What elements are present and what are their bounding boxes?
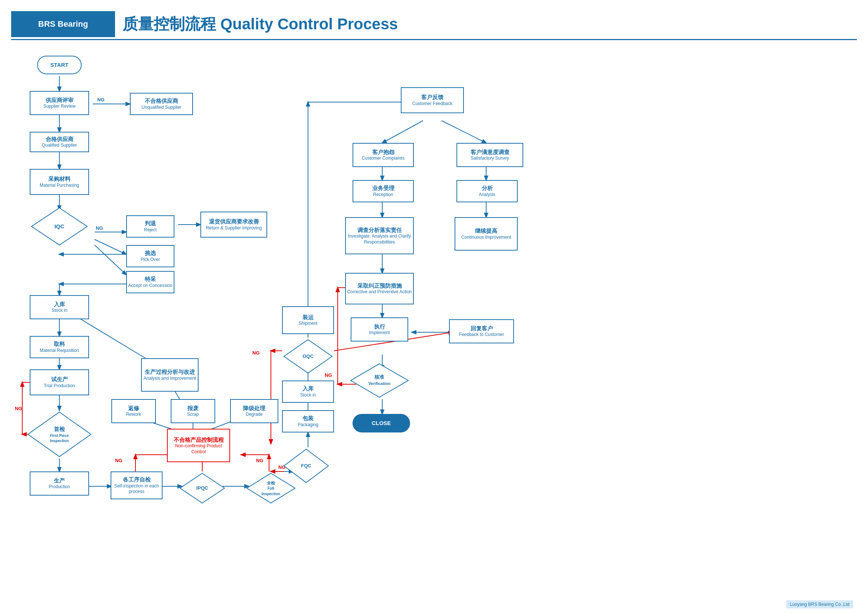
accept-concession-box: 特采 Accept on Concession [126, 271, 174, 293]
stock-in-2-box: 入库 Stock in [282, 380, 334, 403]
svg-text:NG: NG [256, 458, 264, 463]
material-req-box: 取料 Material Requisition [30, 336, 89, 358]
customer-feedback-box: 客户反馈 Customer Feedback [401, 87, 464, 113]
stock-in-1-box: 入库 Stock in [30, 295, 89, 319]
svg-text:NG: NG [15, 406, 22, 411]
feedback-customer-box: 回复客户 Feedback to Customer [449, 319, 514, 343]
footer-label: Luoyang BRS Bearing Co.,Ltd [786, 600, 853, 608]
arrows-overlay: NG NG OK NG [11, 43, 857, 603]
verification-diamond: 核准 Verification [349, 362, 410, 399]
scrap-box: 报废 Scrap [171, 399, 215, 423]
first-piece-diamond: 首检 First Piece Inspection [26, 410, 93, 459]
implement-box: 执行 Implement [351, 317, 408, 341]
fqc-diamond: FQC [282, 447, 330, 484]
degrade-box: 降级处理 Degrade [230, 399, 278, 423]
ipqc-diamond: IPQC [178, 471, 226, 505]
corrective-action-box: 采取纠正预防措施 Corrective and Preventive Actio… [345, 273, 414, 304]
svg-line-51 [382, 121, 423, 143]
trial-production-box: 试生产 Trial Production [30, 369, 89, 395]
header: BRS Bearing 质量控制流程 Quality Control Proce… [11, 11, 857, 37]
investigate-box: 调查分析落实责任 Investigate, Analysis and Clari… [345, 217, 414, 254]
svg-text:NG: NG [252, 350, 260, 356]
company-name: BRS Bearing [38, 19, 88, 29]
svg-line-52 [442, 121, 486, 143]
company-bar: BRS Bearing [11, 11, 115, 37]
material-purchasing-box: 采购材料 Material Purchasing [30, 169, 89, 195]
customer-complaints-box: 客户抱怨 Customer Complaints [353, 143, 414, 167]
production-box: 生产 Production [30, 471, 89, 496]
start-node: START [37, 56, 82, 74]
svg-marker-72 [284, 340, 332, 373]
svg-marker-69 [180, 473, 225, 503]
qualified-supplier-box: 合格供应商 Qualified Supplier [30, 132, 89, 152]
close-node: CLOSE [353, 414, 410, 433]
self-inspection-box: 各工序自检 Self-inspection in each process [111, 471, 163, 499]
svg-text:NG: NG [97, 97, 105, 102]
shipment-box: 装运 Shipment [282, 306, 334, 334]
reject-box: 判退 Reject [126, 215, 174, 237]
satisfactory-survey-box: 客户满意度调查 Satisfactory Survey [456, 143, 523, 167]
svg-text:NG: NG [115, 458, 122, 463]
oqc-diamond: OQC [282, 338, 334, 375]
header-divider [11, 39, 857, 40]
svg-marker-73 [351, 364, 408, 397]
page-title: 质量控制流程 Quality Control Process [122, 14, 398, 34]
unqualified-supplier-box: 不合格供应商 Unqualified Supplier [130, 93, 193, 115]
svg-text:NG: NG [96, 225, 103, 231]
svg-line-9 [95, 245, 126, 275]
svg-marker-67 [31, 208, 87, 245]
iqc-diamond: IQC [30, 206, 89, 247]
svg-line-8 [95, 239, 126, 254]
return-supplier-box: 退货供应商要求改善 Return & Supplier Improving [200, 212, 267, 237]
analysis-box: 分析 Analysis [456, 180, 518, 202]
analysis-improvement-box: 生产过程分析与改进 Analysis and Improvement [141, 358, 198, 392]
svg-marker-68 [28, 412, 91, 457]
supplier-review-box: 供应商评审 Supplier Review [30, 91, 89, 115]
pick-over-box: 挑选 Pick Over [126, 245, 174, 267]
reception-box: 业务受理 Reception [353, 180, 414, 202]
svg-marker-71 [284, 449, 329, 482]
continuous-improvement-box: 继续提高 Continuous Improvement [454, 217, 518, 251]
packaging-box: 包装 Packaging [282, 410, 334, 433]
rework-box: 返修 Rework [111, 399, 156, 423]
non-conforming-box: 不合格产品控制流程 Non-confirming Product Control [167, 429, 230, 462]
flowchart-area: NG NG OK NG [11, 43, 857, 603]
